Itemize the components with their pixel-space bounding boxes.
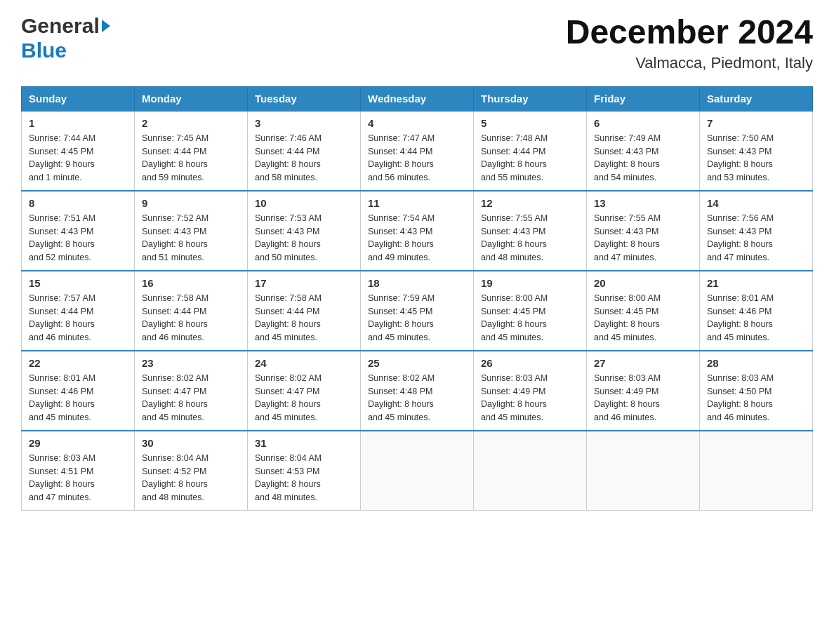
day-number: 29 xyxy=(29,437,127,449)
day-number: 4 xyxy=(368,117,466,129)
day-cell: 17 Sunrise: 7:58 AMSunset: 4:44 PMDaylig… xyxy=(248,271,361,351)
page-header: General Blue December 2024 Valmacca, Pie… xyxy=(21,14,813,72)
day-cell xyxy=(700,431,813,511)
day-info: Sunrise: 7:56 AMSunset: 4:43 PMDaylight:… xyxy=(707,212,805,264)
day-number: 23 xyxy=(142,357,240,369)
column-header-tuesday: Tuesday xyxy=(248,86,361,111)
day-info: Sunrise: 8:03 AMSunset: 4:51 PMDaylight:… xyxy=(29,452,127,504)
day-info: Sunrise: 7:46 AMSunset: 4:44 PMDaylight:… xyxy=(255,132,353,185)
day-number: 5 xyxy=(481,117,579,129)
week-row-1: 1 Sunrise: 7:44 AMSunset: 4:45 PMDayligh… xyxy=(22,111,813,191)
day-cell: 7 Sunrise: 7:50 AMSunset: 4:43 PMDayligh… xyxy=(700,111,813,191)
logo-blue-text: Blue xyxy=(21,39,110,63)
day-info: Sunrise: 8:02 AMSunset: 4:47 PMDaylight:… xyxy=(255,372,353,424)
day-info: Sunrise: 7:55 AMSunset: 4:43 PMDaylight:… xyxy=(594,212,692,264)
day-info: Sunrise: 7:52 AMSunset: 4:43 PMDaylight:… xyxy=(142,212,240,264)
day-info: Sunrise: 8:04 AMSunset: 4:52 PMDaylight:… xyxy=(142,452,240,504)
day-number: 21 xyxy=(707,277,805,289)
week-row-5: 29 Sunrise: 8:03 AMSunset: 4:51 PMDaylig… xyxy=(22,431,813,511)
day-number: 14 xyxy=(707,197,805,209)
day-cell: 14 Sunrise: 7:56 AMSunset: 4:43 PMDaylig… xyxy=(700,191,813,271)
calendar-header-row: SundayMondayTuesdayWednesdayThursdayFrid… xyxy=(22,86,813,111)
day-info: Sunrise: 7:44 AMSunset: 4:45 PMDaylight:… xyxy=(29,132,127,185)
day-cell: 31 Sunrise: 8:04 AMSunset: 4:53 PMDaylig… xyxy=(248,431,361,511)
column-header-wednesday: Wednesday xyxy=(361,86,474,111)
day-cell: 21 Sunrise: 8:01 AMSunset: 4:46 PMDaylig… xyxy=(700,271,813,351)
day-number: 3 xyxy=(255,117,353,129)
day-number: 12 xyxy=(481,197,579,209)
day-cell: 10 Sunrise: 7:53 AMSunset: 4:43 PMDaylig… xyxy=(248,191,361,271)
day-cell: 1 Sunrise: 7:44 AMSunset: 4:45 PMDayligh… xyxy=(22,111,135,191)
day-number: 11 xyxy=(368,197,466,209)
day-number: 17 xyxy=(255,277,353,289)
week-row-4: 22 Sunrise: 8:01 AMSunset: 4:46 PMDaylig… xyxy=(22,351,813,431)
day-number: 10 xyxy=(255,197,353,209)
day-number: 8 xyxy=(29,197,127,209)
logo-general-text: General xyxy=(21,14,100,39)
page-title: December 2024 xyxy=(566,14,813,51)
day-info: Sunrise: 7:55 AMSunset: 4:43 PMDaylight:… xyxy=(481,212,579,264)
day-info: Sunrise: 7:58 AMSunset: 4:44 PMDaylight:… xyxy=(142,292,240,344)
day-info: Sunrise: 7:48 AMSunset: 4:44 PMDaylight:… xyxy=(481,132,579,185)
day-cell: 8 Sunrise: 7:51 AMSunset: 4:43 PMDayligh… xyxy=(22,191,135,271)
day-cell: 9 Sunrise: 7:52 AMSunset: 4:43 PMDayligh… xyxy=(135,191,248,271)
day-cell: 15 Sunrise: 7:57 AMSunset: 4:44 PMDaylig… xyxy=(22,271,135,351)
day-cell: 25 Sunrise: 8:02 AMSunset: 4:48 PMDaylig… xyxy=(361,351,474,431)
day-info: Sunrise: 7:57 AMSunset: 4:44 PMDaylight:… xyxy=(29,292,127,344)
day-info: Sunrise: 7:58 AMSunset: 4:44 PMDaylight:… xyxy=(255,292,353,344)
logo: General Blue xyxy=(21,14,110,62)
week-row-3: 15 Sunrise: 7:57 AMSunset: 4:44 PMDaylig… xyxy=(22,271,813,351)
day-number: 20 xyxy=(594,277,692,289)
day-cell: 22 Sunrise: 8:01 AMSunset: 4:46 PMDaylig… xyxy=(22,351,135,431)
day-cell: 3 Sunrise: 7:46 AMSunset: 4:44 PMDayligh… xyxy=(248,111,361,191)
day-cell: 27 Sunrise: 8:03 AMSunset: 4:49 PMDaylig… xyxy=(587,351,700,431)
day-cell xyxy=(587,431,700,511)
column-header-thursday: Thursday xyxy=(474,86,587,111)
day-cell: 2 Sunrise: 7:45 AMSunset: 4:44 PMDayligh… xyxy=(135,111,248,191)
day-info: Sunrise: 7:49 AMSunset: 4:43 PMDaylight:… xyxy=(594,132,692,185)
day-number: 19 xyxy=(481,277,579,289)
day-cell xyxy=(361,431,474,511)
day-info: Sunrise: 7:51 AMSunset: 4:43 PMDaylight:… xyxy=(29,212,127,264)
page-subtitle: Valmacca, Piedmont, Italy xyxy=(566,54,813,72)
day-info: Sunrise: 8:03 AMSunset: 4:49 PMDaylight:… xyxy=(481,372,579,424)
day-number: 28 xyxy=(707,357,805,369)
day-cell: 24 Sunrise: 8:02 AMSunset: 4:47 PMDaylig… xyxy=(248,351,361,431)
day-number: 22 xyxy=(29,357,127,369)
day-cell: 11 Sunrise: 7:54 AMSunset: 4:43 PMDaylig… xyxy=(361,191,474,271)
day-cell: 12 Sunrise: 7:55 AMSunset: 4:43 PMDaylig… xyxy=(474,191,587,271)
day-info: Sunrise: 7:53 AMSunset: 4:43 PMDaylight:… xyxy=(255,212,353,264)
day-info: Sunrise: 7:45 AMSunset: 4:44 PMDaylight:… xyxy=(142,132,240,185)
day-info: Sunrise: 8:00 AMSunset: 4:45 PMDaylight:… xyxy=(594,292,692,344)
day-number: 25 xyxy=(368,357,466,369)
title-block: December 2024 Valmacca, Piedmont, Italy xyxy=(566,14,813,72)
day-info: Sunrise: 8:02 AMSunset: 4:48 PMDaylight:… xyxy=(368,372,466,424)
day-info: Sunrise: 8:03 AMSunset: 4:50 PMDaylight:… xyxy=(707,372,805,424)
day-number: 1 xyxy=(29,117,127,129)
column-header-monday: Monday xyxy=(135,86,248,111)
day-cell: 29 Sunrise: 8:03 AMSunset: 4:51 PMDaylig… xyxy=(22,431,135,511)
day-cell: 30 Sunrise: 8:04 AMSunset: 4:52 PMDaylig… xyxy=(135,431,248,511)
day-cell: 26 Sunrise: 8:03 AMSunset: 4:49 PMDaylig… xyxy=(474,351,587,431)
day-cell: 4 Sunrise: 7:47 AMSunset: 4:44 PMDayligh… xyxy=(361,111,474,191)
column-header-sunday: Sunday xyxy=(22,86,135,111)
day-cell: 18 Sunrise: 7:59 AMSunset: 4:45 PMDaylig… xyxy=(361,271,474,351)
day-cell: 20 Sunrise: 8:00 AMSunset: 4:45 PMDaylig… xyxy=(587,271,700,351)
day-number: 30 xyxy=(142,437,240,449)
day-info: Sunrise: 7:47 AMSunset: 4:44 PMDaylight:… xyxy=(368,132,466,185)
day-number: 6 xyxy=(594,117,692,129)
logo-arrow-icon xyxy=(102,20,110,32)
day-number: 24 xyxy=(255,357,353,369)
day-info: Sunrise: 8:00 AMSunset: 4:45 PMDaylight:… xyxy=(481,292,579,344)
day-cell: 6 Sunrise: 7:49 AMSunset: 4:43 PMDayligh… xyxy=(587,111,700,191)
day-number: 9 xyxy=(142,197,240,209)
day-number: 27 xyxy=(594,357,692,369)
week-row-2: 8 Sunrise: 7:51 AMSunset: 4:43 PMDayligh… xyxy=(22,191,813,271)
day-info: Sunrise: 8:01 AMSunset: 4:46 PMDaylight:… xyxy=(707,292,805,344)
day-number: 2 xyxy=(142,117,240,129)
day-info: Sunrise: 8:03 AMSunset: 4:49 PMDaylight:… xyxy=(594,372,692,424)
day-number: 13 xyxy=(594,197,692,209)
day-number: 31 xyxy=(255,437,353,449)
day-info: Sunrise: 7:50 AMSunset: 4:43 PMDaylight:… xyxy=(707,132,805,185)
day-number: 18 xyxy=(368,277,466,289)
